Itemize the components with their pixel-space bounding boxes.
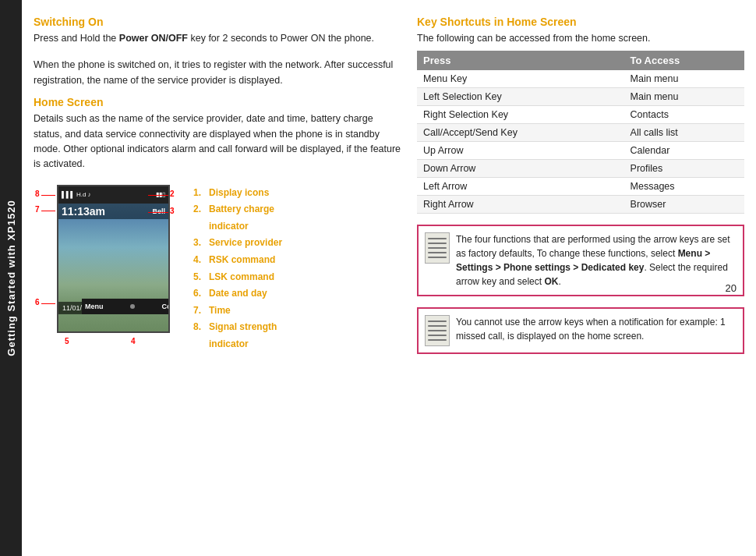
signal-icon: ▌▌▌ [62, 191, 75, 198]
note-text-1: The four functions that are performed us… [456, 232, 737, 289]
table-cell-access: Calendar [624, 142, 744, 160]
table-col-access: To Access [624, 51, 744, 70]
list-item-3: 3.Service provider [193, 235, 282, 252]
table-row: Right ArrowBrowser [417, 196, 744, 214]
line-3 [148, 212, 168, 213]
shortcuts-heading: Key Shortcuts in Home Screen [417, 16, 744, 28]
note-box-1: The four functions that are performed us… [417, 225, 744, 296]
table-cell-access: Messages [624, 178, 744, 196]
nav-dot [130, 304, 135, 309]
switching-on-para1: Press and Hold the Power ON/OFF key for … [34, 31, 401, 46]
line-7 [41, 211, 55, 211]
network-icon: H.d [76, 191, 86, 198]
switching-on-section: Switching On Press and Hold the Power ON… [34, 16, 401, 88]
switching-on-para2: When the phone is switched on, it tries … [34, 58, 401, 88]
note-icon-1 [425, 232, 450, 264]
numbered-list: 1.Display icons 2.Battery chargeindicato… [193, 185, 282, 353]
table-row: Left ArrowMessages [417, 178, 744, 196]
phone-diagram: ▌▌▌ H.d ♪ ▮▮▯ 11:13am Bell [34, 185, 185, 356]
right-column: Key Shortcuts in Home Screen The followi… [417, 16, 744, 548]
table-cell-access: Profiles [624, 160, 744, 178]
line-2 [148, 195, 168, 196]
table-cell-access: Contacts [624, 106, 744, 124]
note-text-2: You cannot use the arrow keys when a not… [456, 315, 737, 343]
switching-on-heading: Switching On [34, 16, 401, 28]
table-row: Up ArrowCalendar [417, 142, 744, 160]
main-content: Switching On Press and Hold the Power ON… [22, 0, 756, 556]
callout-8: 8 [35, 189, 40, 198]
table-cell-access: Browser [624, 196, 744, 214]
vertical-tab: Getting Started with XP1520 [0, 0, 22, 556]
list-item-8: 8.Signal strengthindicator [193, 319, 282, 352]
vertical-tab-label: Getting Started with XP1520 [5, 200, 17, 356]
table-cell-press: Right Arrow [417, 196, 624, 214]
softkey-bar: Menu Contacts [82, 299, 170, 314]
list-item-2: 2.Battery chargeindicator [193, 201, 282, 235]
table-cell-access: All calls list [624, 124, 744, 142]
callout-3: 3 [170, 207, 175, 215]
table-cell-press: Call/Accept/Send Key [417, 124, 624, 142]
music-icon: ♪ [87, 191, 90, 198]
phone-screen: ▌▌▌ H.d ♪ ▮▮▯ 11:13am Bell [57, 185, 170, 333]
table-cell-press: Menu Key [417, 70, 624, 88]
softkey-right: Contacts [161, 303, 170, 310]
phone-time: 11:13am [62, 205, 105, 218]
shortcuts-section: Key Shortcuts in Home Screen The followi… [417, 16, 744, 214]
list-item-1: 1.Display icons [193, 185, 282, 202]
table-cell-press: Down Arrow [417, 160, 624, 178]
callout-6: 6 [35, 298, 40, 306]
table-row: Left Selection KeyMain menu [417, 88, 744, 106]
left-column: Switching On Press and Hold the Power ON… [34, 16, 401, 548]
softkey-left: Menu [85, 303, 104, 310]
callout-5: 5 [65, 337, 69, 345]
table-row: Call/Accept/Send KeyAll calls list [417, 124, 744, 142]
line-8 [41, 195, 55, 196]
table-cell-access: Main menu [624, 88, 744, 106]
note-box-2: You cannot use the arrow keys when a not… [417, 307, 744, 354]
callout-4: 4 [131, 337, 136, 345]
table-cell-press: Left Selection Key [417, 88, 624, 106]
shortcuts-table: Press To Access Menu KeyMain menuLeft Se… [417, 51, 744, 214]
time-bar: 11:13am Bell [58, 204, 168, 219]
table-cell-press: Left Arrow [417, 178, 624, 196]
list-item-7: 7.Time [193, 303, 282, 320]
callout-7: 7 [35, 205, 40, 214]
home-screen-heading: Home Screen [34, 96, 401, 108]
note-icon-2 [425, 315, 450, 346]
phone-carrier: Bell [152, 207, 165, 215]
table-cell-press: Right Selection Key [417, 106, 624, 124]
table-row: Down ArrowProfiles [417, 160, 744, 178]
table-row: Right Selection KeyContacts [417, 106, 744, 124]
home-screen-section: Home Screen Details such as the name of … [34, 96, 401, 172]
page-number: 20 [726, 282, 737, 294]
list-item-6: 6.Date and day [193, 285, 282, 303]
table-row: Menu KeyMain menu [417, 70, 744, 88]
table-cell-access: Main menu [624, 70, 744, 88]
list-item-4: 4.RSK command [193, 252, 282, 269]
table-cell-press: Up Arrow [417, 142, 624, 160]
table-col-press: Press [417, 51, 624, 70]
callout-2: 2 [170, 189, 175, 198]
line-6 [41, 303, 55, 304]
phone-area: ▌▌▌ H.d ♪ ▮▮▯ 11:13am Bell [34, 185, 401, 356]
list-item-5: 5.LSK command [193, 269, 282, 286]
home-screen-para: Details such as the name of the service … [34, 112, 401, 172]
status-icons: ▌▌▌ H.d ♪ [62, 191, 90, 198]
shortcuts-intro: The following can be accessed from the h… [417, 31, 744, 46]
